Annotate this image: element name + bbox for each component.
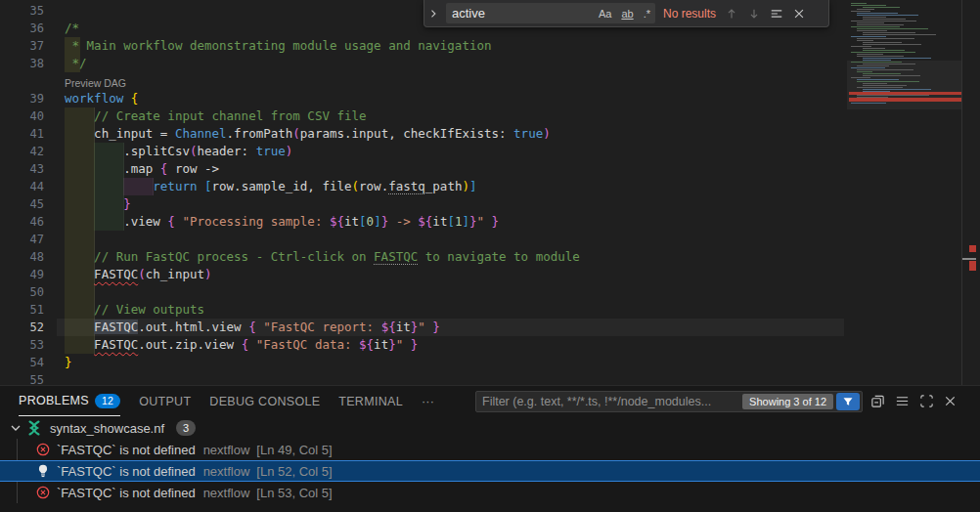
line-content: // View outputs: [65, 301, 204, 319]
code-line-39[interactable]: 39workflow {: [0, 90, 980, 107]
problem-location: [Ln 49, Col 5]: [256, 443, 332, 457]
code-line-42[interactable]: 42 .splitCsv(header: true): [0, 143, 980, 160]
code-line-44[interactable]: 44 return [row.sample_id, file(row.fastq…: [0, 178, 980, 195]
whole-word-icon[interactable]: ab: [616, 8, 638, 20]
maximize-panel-icon[interactable]: [919, 394, 934, 412]
code-line-37[interactable]: 37 * Main workflow demonstrating module …: [0, 37, 980, 55]
code-line-52[interactable]: 52 FASTQC.out.html.view { "FastQC report…: [0, 319, 980, 336]
line-number[interactable]: 37: [0, 37, 44, 55]
code-line-38[interactable]: 38 */: [0, 55, 980, 72]
line-number[interactable]: 39: [0, 90, 44, 107]
code-editor[interactable]: 3536/*37 * Main workflow demonstrating m…: [0, 0, 980, 385]
minimap[interactable]: [847, 0, 961, 385]
line-content: workflow {: [65, 90, 138, 107]
find-in-selection-icon[interactable]: [770, 7, 783, 21]
line-number[interactable]: 43: [0, 160, 44, 178]
line-content: FASTQC.out.zip.view { "FastQC data: ${it…: [65, 336, 418, 354]
minimap-line: [851, 5, 886, 6]
previous-match-icon[interactable]: [725, 7, 738, 21]
line-number[interactable]: 36: [0, 20, 44, 37]
view-as-table-icon[interactable]: [895, 394, 910, 412]
code-line-48[interactable]: 48 // Run FastQC process - Ctrl-click on…: [0, 248, 980, 266]
line-number[interactable]: 53: [0, 336, 44, 354]
minimap-line: [863, 19, 906, 20]
line-content: .view { "Processing sample: ${it[0]} -> …: [65, 213, 499, 231]
regex-icon[interactable]: .*: [639, 8, 655, 20]
line-number[interactable]: 54: [0, 354, 44, 371]
line-number[interactable]: 42: [0, 143, 44, 160]
minimap-line: [851, 36, 886, 37]
tab-problems[interactable]: PROBLEMS 12: [19, 386, 120, 416]
code-line-49[interactable]: 49 FASTQC(ch_input): [0, 266, 980, 283]
line-number[interactable]: 45: [0, 195, 44, 213]
tab-output[interactable]: OUTPUT: [139, 387, 191, 416]
line-content: }: [65, 195, 131, 213]
line-number[interactable]: 48: [0, 248, 44, 266]
minimap-line: [857, 71, 872, 72]
problems-file-group-row[interactable]: syntax_showcase.nf 3: [0, 417, 980, 439]
tab-debug-console[interactable]: DEBUG CONSOLE: [209, 387, 320, 416]
code-line-47[interactable]: 47: [0, 231, 980, 248]
toggle-replace-icon[interactable]: [424, 0, 442, 26]
code-line-54[interactable]: 54}: [0, 354, 980, 371]
ruler-cursor-mark: [962, 258, 976, 260]
collapse-all-icon[interactable]: [870, 394, 885, 412]
code-line-41[interactable]: 41 ch_input = Channel.fromPath(params.in…: [0, 125, 980, 143]
minimap-line: [863, 64, 915, 64]
line-number[interactable]: 51: [0, 301, 44, 319]
code-line-55[interactable]: 55: [0, 371, 980, 385]
file-name: syntax_showcase.nf: [50, 421, 164, 436]
line-number[interactable]: 50: [0, 283, 44, 301]
close-panel-icon[interactable]: [943, 394, 958, 412]
match-case-icon[interactable]: Aa: [594, 8, 616, 20]
code-line-40[interactable]: 40 // Create input channel from CSV file: [0, 107, 980, 125]
line-number[interactable]: 49: [0, 266, 44, 283]
minimap-line: [857, 79, 899, 80]
next-match-icon[interactable]: [747, 7, 761, 21]
line-content: // Run FastQC process - Ctrl-click on FA…: [65, 248, 580, 266]
problems-filter-input[interactable]: [476, 395, 742, 408]
code-line-46[interactable]: 46 .view { "Processing sample: ${it[0]} …: [0, 213, 980, 231]
line-number[interactable]: 40: [0, 107, 44, 125]
line-content: FASTQC(ch_input): [65, 266, 212, 283]
problem-row-1[interactable]: `FASTQC` is not definednextflow[Ln 49, C…: [0, 439, 980, 460]
indent-band: [65, 283, 95, 301]
problem-message: `FASTQC` is not defined: [57, 486, 196, 500]
minimap-line: [857, 15, 918, 16]
minimap-line: [863, 17, 886, 18]
line-number[interactable]: 38: [0, 55, 44, 72]
problem-row-3[interactable]: `FASTQC` is not definednextflow[Ln 53, C…: [0, 482, 980, 503]
line-number[interactable]: 35: [0, 2, 44, 20]
code-line-51[interactable]: 51 // View outputs: [0, 301, 980, 319]
find-input[interactable]: [446, 6, 594, 21]
problem-row-2[interactable]: `FASTQC` is not definednextflow[Ln 52, C…: [0, 460, 980, 482]
line-content: // Create input channel from CSV file: [65, 107, 367, 125]
ruler-error-mark: [969, 261, 976, 271]
codelens-preview-dag[interactable]: Preview DAG: [65, 77, 126, 89]
minimap-line: [857, 69, 913, 70]
filter-funnel-icon[interactable]: [836, 393, 860, 410]
minimap-line: [863, 89, 931, 90]
code-line-50[interactable]: 50: [0, 283, 980, 301]
tab-terminal[interactable]: TERMINAL: [338, 387, 403, 416]
find-input-box: Aa ab .*: [446, 3, 655, 23]
minimap-error-mark: [849, 98, 961, 102]
line-number[interactable]: 47: [0, 231, 44, 248]
line-number[interactable]: 44: [0, 178, 44, 195]
code-line-43[interactable]: 43 .map { row ->: [0, 160, 980, 178]
code-line-53[interactable]: 53 FASTQC.out.zip.view { "FastQC data: $…: [0, 336, 980, 354]
line-number[interactable]: 55: [0, 371, 44, 385]
overview-ruler-scrollbar[interactable]: [961, 0, 980, 385]
error-icon: [35, 442, 51, 457]
minimap-line: [857, 56, 904, 57]
line-number[interactable]: 41: [0, 125, 44, 143]
line-number[interactable]: 52: [0, 319, 44, 336]
code-line-45[interactable]: 45 }: [0, 195, 980, 213]
close-find-icon[interactable]: [792, 7, 806, 21]
minimap-line: [851, 21, 916, 21]
line-number[interactable]: 46: [0, 213, 44, 231]
more-views-icon[interactable]: ···: [422, 387, 434, 416]
indent-band: [65, 231, 95, 248]
showing-count-badge: Showing 3 of 12: [742, 394, 833, 409]
chevron-down-icon[interactable]: [8, 420, 23, 436]
